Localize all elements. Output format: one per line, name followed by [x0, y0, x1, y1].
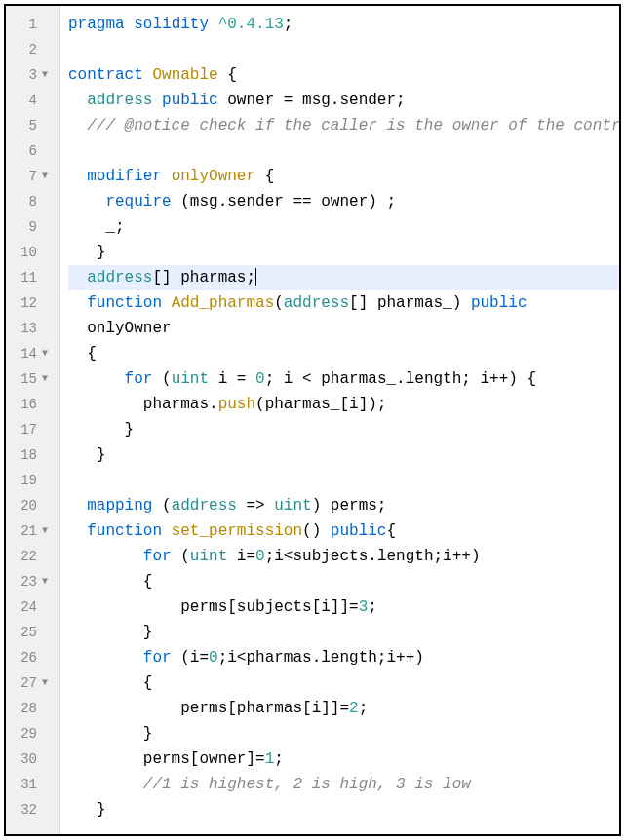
code-line[interactable]: }	[68, 417, 619, 442]
line-number: 25	[6, 625, 37, 640]
gutter-row: 2	[6, 37, 59, 62]
code-line[interactable]: address public owner = msg.sender;	[68, 88, 619, 113]
token-p	[68, 776, 143, 793]
line-number: 32	[6, 802, 37, 818]
gutter: 123▼4567▼891011121314▼15▼161718192021▼22…	[6, 6, 60, 834]
token-p	[68, 522, 87, 540]
fold-icon[interactable]: ▼	[37, 70, 53, 80]
token-p: ;	[359, 700, 369, 717]
token-num: 2	[349, 700, 359, 717]
code-line[interactable]: for (uint i = 0; i < pharmas_.length; i+…	[68, 366, 619, 392]
token-p: (	[274, 294, 284, 312]
line-number: 16	[6, 397, 37, 412]
line-number: 27	[6, 675, 37, 691]
code-line[interactable]: /// @notice check if the caller is the o…	[68, 113, 619, 138]
token-p: pharmas.	[68, 396, 218, 413]
code-line[interactable]: {	[68, 670, 619, 696]
line-number: 8	[6, 194, 37, 210]
gutter-row: 8	[6, 189, 59, 214]
line-number: 18	[6, 447, 37, 463]
code-area[interactable]: pragma solidity ^0.4.13;contract Ownable…	[60, 6, 619, 834]
code-editor: 123▼4567▼891011121314▼15▼161718192021▼22…	[4, 4, 621, 836]
code-line[interactable]	[68, 37, 619, 62]
fold-icon[interactable]: ▼	[37, 374, 53, 384]
code-line[interactable]: perms[owner]=1;	[68, 746, 619, 772]
code-line[interactable]: function Add_pharmas(address[] pharmas_)…	[68, 290, 619, 316]
code-line[interactable]: }	[68, 240, 619, 265]
token-kw: public	[471, 294, 527, 312]
token-kw: public	[162, 92, 218, 109]
token-kw: function	[87, 294, 162, 312]
gutter-row: 1	[6, 12, 59, 37]
code-line[interactable]: require (msg.sender == owner) ;	[68, 189, 619, 214]
code-line[interactable]: _;	[68, 214, 619, 240]
token-comment: //1 is highest, 2 is high, 3 is low	[143, 776, 471, 793]
token-p: onlyOwner	[68, 320, 172, 337]
token-p: i =	[209, 370, 255, 388]
fold-icon[interactable]: ▼	[37, 526, 53, 536]
token-p: owner = msg.sender;	[218, 92, 406, 109]
code-line[interactable]: perms[subjects[i]]=3;	[68, 594, 619, 620]
line-number: 2	[6, 42, 37, 57]
gutter-row: 18	[6, 442, 59, 468]
token-p: [] pharmas;	[152, 269, 255, 286]
code-line[interactable]: for (i=0;i<pharmas.length;i++)	[68, 645, 619, 670]
code-line[interactable]: for (uint i=0;i<subjects.length;i++)	[68, 544, 619, 569]
code-line[interactable]: perms[pharmas[i]]=2;	[68, 696, 619, 721]
token-p: }	[68, 244, 105, 261]
code-line[interactable]: }	[68, 797, 619, 822]
token-p	[68, 370, 125, 388]
token-p	[68, 269, 87, 286]
code-line[interactable]: modifier onlyOwner {	[68, 164, 619, 189]
code-line[interactable]: }	[68, 721, 619, 746]
token-p: [] pharmas_)	[349, 294, 471, 312]
token-kw: contract	[68, 66, 143, 84]
token-type: address	[87, 92, 152, 109]
token-p: ;i<pharmas.length;i++)	[218, 649, 424, 667]
token-kw: solidity	[134, 16, 209, 33]
fold-icon[interactable]: ▼	[37, 577, 53, 587]
text-cursor	[255, 268, 256, 286]
token-type: uint	[274, 497, 311, 515]
fold-icon[interactable]: ▼	[37, 172, 53, 181]
token-type: address	[284, 294, 349, 312]
line-number: 30	[6, 751, 37, 767]
line-number: 24	[6, 599, 37, 615]
code-line[interactable]: //1 is highest, 2 is high, 3 is low	[68, 772, 619, 797]
line-number: 3	[6, 67, 37, 83]
token-p: (	[152, 497, 171, 515]
token-p: {	[386, 522, 396, 540]
token-fn: set_permission	[172, 522, 302, 540]
code-line[interactable]: }	[68, 442, 619, 468]
token-p: {	[68, 573, 152, 591]
line-number: 28	[6, 701, 37, 716]
token-kw: for	[143, 649, 172, 667]
token-num: 0	[255, 370, 265, 388]
code-line[interactable]	[68, 468, 619, 493]
gutter-row: 21▼	[6, 518, 59, 544]
token-p	[68, 92, 87, 109]
code-line[interactable]: contract Ownable {	[68, 62, 619, 88]
fold-icon[interactable]: ▼	[37, 349, 53, 359]
token-num: 1	[265, 750, 275, 768]
fold-icon[interactable]: ▼	[37, 678, 53, 688]
code-line[interactable]: onlyOwner	[68, 316, 619, 341]
token-p: _;	[68, 218, 125, 236]
code-line[interactable]: address[] pharmas;	[68, 265, 619, 290]
code-line[interactable]: mapping (address => uint) perms;	[68, 493, 619, 518]
token-p: ;	[284, 16, 293, 33]
code-line[interactable]: pharmas.push(pharmas_[i]);	[68, 392, 619, 417]
token-p: }	[68, 725, 152, 743]
gutter-row: 15▼	[6, 366, 59, 392]
code-line[interactable]: {	[68, 569, 619, 594]
gutter-row: 28	[6, 696, 59, 721]
code-line[interactable]: function set_permission() public{	[68, 518, 619, 544]
token-p: perms[pharmas[i]]=	[68, 700, 349, 717]
code-line[interactable]: {	[68, 341, 619, 366]
token-p: }	[68, 624, 152, 641]
code-line[interactable]: pragma solidity ^0.4.13;	[68, 12, 619, 37]
token-comment: /// @notice check if the caller is the o…	[87, 117, 619, 134]
code-line[interactable]: }	[68, 620, 619, 645]
code-line[interactable]	[68, 138, 619, 164]
line-number: 26	[6, 650, 37, 666]
